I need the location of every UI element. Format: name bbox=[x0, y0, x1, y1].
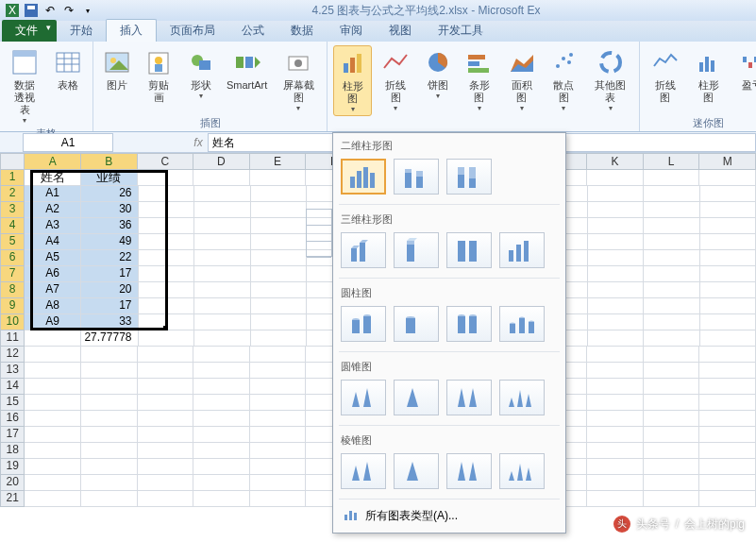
cell-M14[interactable] bbox=[699, 379, 756, 395]
chart-clustered-column[interactable] bbox=[341, 159, 386, 195]
sparkline-winloss-button[interactable]: 盈亏 bbox=[733, 45, 756, 116]
col-header-C[interactable]: C bbox=[138, 153, 194, 170]
cell-D17[interactable] bbox=[193, 427, 250, 443]
cell-D18[interactable] bbox=[193, 443, 250, 459]
cell-K15[interactable] bbox=[587, 395, 644, 411]
col-header-L[interactable]: L bbox=[644, 153, 700, 170]
cell-A20[interactable] bbox=[25, 475, 81, 491]
tab-dev[interactable]: 开发工具 bbox=[425, 20, 496, 42]
row-header-19[interactable]: 19 bbox=[0, 459, 25, 475]
cell-A7[interactable]: A6 bbox=[25, 266, 81, 282]
chart-3d-column[interactable] bbox=[499, 232, 545, 268]
cell-C17[interactable] bbox=[138, 427, 194, 443]
cell-M1[interactable] bbox=[699, 170, 756, 186]
cell-M4[interactable] bbox=[700, 218, 757, 234]
other-chart-button[interactable]: 其他图表▾ bbox=[588, 45, 634, 116]
tab-layout[interactable]: 页面布局 bbox=[157, 20, 228, 42]
cell-B14[interactable] bbox=[81, 379, 138, 395]
cell-B19[interactable] bbox=[81, 459, 138, 475]
chart-pyramid-3[interactable] bbox=[446, 453, 492, 489]
cell-A17[interactable] bbox=[25, 427, 81, 443]
tab-file[interactable]: 文件 bbox=[2, 20, 57, 42]
cell-B11[interactable]: 27.77778 bbox=[81, 330, 139, 347]
tab-view[interactable]: 视图 bbox=[376, 20, 425, 42]
redo-icon[interactable]: ↷ bbox=[60, 2, 77, 19]
cell-A4[interactable]: A3 bbox=[25, 218, 81, 234]
cell-M3[interactable] bbox=[700, 202, 757, 218]
cell-B5[interactable]: 49 bbox=[81, 234, 139, 250]
chart-100-stacked-column[interactable] bbox=[446, 159, 492, 195]
cell-B3[interactable]: 30 bbox=[81, 202, 139, 218]
cell-A10[interactable]: A9 bbox=[25, 314, 81, 330]
cell-E18[interactable] bbox=[250, 443, 307, 459]
excel-icon[interactable]: X bbox=[4, 2, 21, 19]
bar-chart-button[interactable]: 条形图▾ bbox=[462, 45, 498, 116]
cell-D20[interactable] bbox=[193, 475, 250, 491]
cell-A14[interactable] bbox=[25, 379, 81, 395]
cell-C6[interactable] bbox=[139, 250, 195, 266]
chart-cylinder-1[interactable] bbox=[341, 306, 386, 342]
cell-K1[interactable] bbox=[587, 170, 644, 186]
cell-C10[interactable] bbox=[139, 314, 195, 330]
cell-M6[interactable] bbox=[700, 250, 757, 266]
row-header-5[interactable]: 5 bbox=[0, 234, 25, 250]
chart-cone-2[interactable] bbox=[394, 380, 439, 415]
scatter-chart-button[interactable]: 散点图▾ bbox=[546, 45, 582, 116]
cell-C16[interactable] bbox=[138, 411, 194, 427]
cell-L21[interactable] bbox=[644, 491, 700, 507]
cell-L4[interactable] bbox=[644, 218, 700, 234]
chart-cylinder-2[interactable] bbox=[394, 306, 439, 342]
row-header-16[interactable]: 16 bbox=[0, 411, 25, 427]
cell-D14[interactable] bbox=[193, 379, 250, 395]
cell-L14[interactable] bbox=[644, 379, 700, 395]
cell-B21[interactable] bbox=[81, 491, 138, 507]
cell-E20[interactable] bbox=[250, 475, 307, 491]
col-header-E[interactable]: E bbox=[250, 153, 307, 170]
cell-B20[interactable] bbox=[81, 475, 138, 491]
row-header-3[interactable]: 3 bbox=[0, 202, 25, 218]
cell-K16[interactable] bbox=[587, 411, 644, 427]
cell-A11[interactable] bbox=[25, 330, 81, 347]
cell-D1[interactable] bbox=[193, 170, 250, 186]
cell-B7[interactable]: 17 bbox=[81, 266, 139, 282]
cell-A9[interactable]: A8 bbox=[25, 298, 81, 314]
cell-B10[interactable]: 33 bbox=[81, 314, 139, 330]
cell-M9[interactable] bbox=[700, 298, 757, 314]
cell-C1[interactable] bbox=[138, 170, 194, 186]
cell-M18[interactable] bbox=[699, 443, 756, 459]
chart-cone-1[interactable] bbox=[341, 380, 386, 415]
cell-B17[interactable] bbox=[81, 427, 138, 443]
sparkline-column-button[interactable]: 柱形图 bbox=[690, 45, 728, 116]
cell-K6[interactable] bbox=[588, 250, 645, 266]
cell-M21[interactable] bbox=[699, 491, 756, 507]
chart-cylinder-4[interactable] bbox=[499, 306, 545, 342]
cell-D15[interactable] bbox=[193, 395, 250, 411]
cell-D8[interactable] bbox=[194, 282, 251, 298]
cell-C2[interactable] bbox=[139, 186, 195, 202]
row-header-10[interactable]: 10 bbox=[0, 314, 25, 330]
cell-E15[interactable] bbox=[250, 395, 307, 411]
cell-D16[interactable] bbox=[193, 411, 250, 427]
line-chart-button[interactable]: 折线图▾ bbox=[378, 45, 414, 116]
cell-A3[interactable]: A2 bbox=[25, 202, 81, 218]
cell-E3[interactable] bbox=[251, 202, 308, 218]
chart-3d-clustered[interactable] bbox=[341, 232, 386, 268]
row-header-20[interactable]: 20 bbox=[0, 475, 25, 491]
cell-K7[interactable] bbox=[588, 266, 645, 282]
cell-L15[interactable] bbox=[644, 395, 700, 411]
cell-L19[interactable] bbox=[644, 459, 700, 475]
cell-L3[interactable] bbox=[644, 202, 700, 218]
cell-A13[interactable] bbox=[25, 363, 81, 379]
cell-C20[interactable] bbox=[138, 475, 194, 491]
cell-M15[interactable] bbox=[699, 395, 756, 411]
cell-L5[interactable] bbox=[644, 234, 700, 250]
cell-M7[interactable] bbox=[700, 266, 757, 282]
cell-A2[interactable]: A1 bbox=[25, 186, 81, 202]
cell-C3[interactable] bbox=[139, 202, 195, 218]
cell-M13[interactable] bbox=[699, 363, 756, 379]
cell-M8[interactable] bbox=[700, 282, 757, 298]
cell-C13[interactable] bbox=[138, 363, 194, 379]
cell-E13[interactable] bbox=[250, 363, 307, 379]
cell-C15[interactable] bbox=[138, 395, 194, 411]
col-header-K[interactable]: K bbox=[587, 153, 644, 170]
